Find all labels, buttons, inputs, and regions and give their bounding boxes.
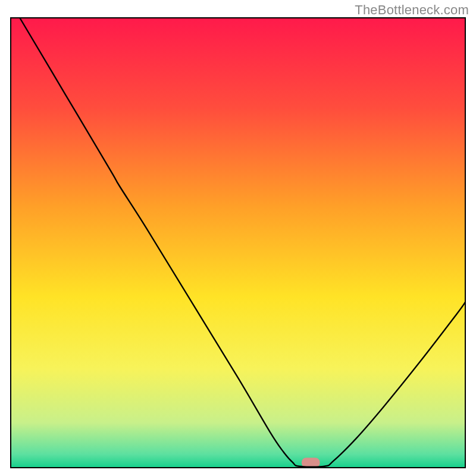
chart-plot (0, 0, 476, 476)
plot-background (11, 18, 465, 468)
attribution-watermark: TheBottleneck.com (355, 2, 469, 18)
chart-container: TheBottleneck.com (0, 0, 476, 476)
